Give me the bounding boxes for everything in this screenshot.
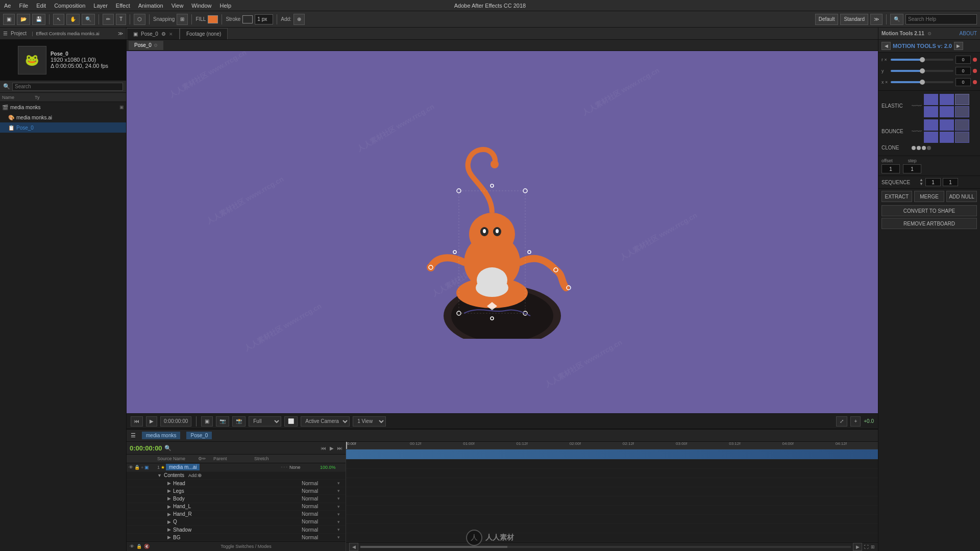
toolbar-zoom-tool[interactable]: 🔍	[82, 14, 95, 25]
toolbar-hand[interactable]: ✋	[66, 14, 80, 25]
mode-handl-arrow[interactable]: ▾	[337, 504, 346, 509]
vp-zoom-fit[interactable]: ⤢	[836, 416, 847, 427]
xyz-r-track[interactable]	[891, 59, 953, 61]
elastic-cell-2[interactable]	[940, 94, 954, 105]
tab-comp[interactable]: ▣ Pose_0 ⚙ ✕	[127, 28, 180, 39]
project-search-input[interactable]	[12, 83, 123, 91]
standard-btn[interactable]: Standard	[840, 14, 868, 25]
xyz-r-keyframe[interactable]	[973, 58, 977, 62]
ctrl-icon1[interactable]: ◦	[281, 465, 282, 469]
next-frame-btn[interactable]: ⏭	[337, 445, 342, 451]
toolbar-pen[interactable]: ✏	[103, 14, 114, 25]
toolbar-new[interactable]: ▣	[3, 14, 15, 25]
prev-frame-btn[interactable]: ⏮	[321, 445, 326, 451]
mute-toggle[interactable]: 🔇	[144, 544, 150, 549]
clone-dot-1[interactable]	[912, 146, 916, 150]
seq-value2[interactable]	[943, 178, 958, 186]
shy-icon[interactable]: ●	[141, 465, 143, 470]
bounce-cell-4[interactable]	[924, 132, 938, 143]
timeline-layer-shadow[interactable]: ▶ Shadow Normal ▾	[127, 526, 346, 534]
mode-handr-arrow[interactable]: ▾	[337, 512, 346, 517]
timeline-layer-legs[interactable]: ▶ Legs Normal ▾	[127, 487, 346, 495]
vp-quality-select[interactable]: FullHalfQuarter	[249, 416, 281, 427]
offset-value-input[interactable]	[881, 164, 900, 173]
eye-icon[interactable]: 👁	[129, 465, 133, 470]
fill-color[interactable]	[208, 15, 218, 23]
toolbar-open[interactable]: 📂	[17, 14, 30, 25]
expand-shadow-icon[interactable]: ▶	[167, 527, 171, 532]
xyz-r-thumb[interactable]	[920, 57, 925, 62]
xyz-r-value[interactable]	[955, 56, 971, 64]
mode-head-arrow[interactable]: ▾	[337, 481, 346, 486]
mode-legs-arrow[interactable]: ▾	[337, 488, 346, 493]
menu-window[interactable]: Window	[191, 3, 211, 9]
menu-edit[interactable]: Edit	[36, 3, 46, 9]
merge-btn[interactable]: MERGE	[914, 191, 945, 202]
vp-play-btn[interactable]: ▶	[146, 416, 157, 427]
xyz-x-track[interactable]	[891, 81, 953, 83]
vp-playback-btn[interactable]: ⏮	[131, 416, 143, 427]
add-contents-btn[interactable]: ⊕	[198, 472, 202, 478]
stroke-color[interactable]	[242, 15, 253, 23]
toolbar-save[interactable]: 💾	[32, 14, 45, 25]
mt-next-btn[interactable]: ▶	[954, 42, 963, 50]
vp-camera-select[interactable]: Active Camera	[301, 416, 350, 427]
default-btn[interactable]: Default	[815, 14, 839, 25]
menu-file[interactable]: File	[19, 3, 28, 9]
timeline-layer-head[interactable]: ▶ Head Normal ▾	[127, 480, 346, 487]
bounce-cell-3[interactable]	[955, 119, 969, 131]
eye-toggle[interactable]: 👁	[130, 544, 134, 549]
timeline-home-btn[interactable]: ⛶	[864, 544, 869, 549]
ctrl-icon2[interactable]: ◦	[283, 465, 285, 469]
switches-modes-label[interactable]: Toggle Switches / Modes	[150, 544, 342, 549]
expand-btn[interactable]: ≫	[870, 14, 883, 25]
toolbar-select[interactable]: ↖	[53, 14, 64, 25]
stroke-width[interactable]	[255, 14, 273, 24]
mode-body-arrow[interactable]: ▾	[337, 496, 346, 501]
comp-tab-settings[interactable]: ⚙	[154, 43, 158, 48]
expand-legs-icon[interactable]: ▶	[167, 488, 171, 493]
timeline-layer-handr[interactable]: ▶ Hand_R Normal ▾	[127, 511, 346, 518]
bounce-cell-6[interactable]	[955, 132, 969, 143]
clone-dot-3[interactable]	[922, 146, 926, 150]
mode-q-arrow[interactable]: ▾	[337, 519, 346, 524]
expand-head-icon[interactable]: ▶	[167, 481, 171, 486]
expand-q-icon[interactable]: ▶	[167, 519, 171, 524]
elastic-cell-6[interactable]	[955, 106, 969, 117]
search-help-input[interactable]	[905, 14, 977, 24]
menu-effect[interactable]: Effect	[116, 3, 130, 9]
timeline-layer-q[interactable]: ▶ Q Normal ▾	[127, 518, 346, 526]
elastic-cell-3[interactable]	[955, 94, 969, 105]
mt-prev-btn[interactable]: ◀	[881, 42, 891, 50]
menu-layer[interactable]: Layer	[93, 3, 108, 9]
vp-snapshot-btn[interactable]: 📸	[232, 416, 246, 427]
xyz-y-keyframe[interactable]	[973, 69, 977, 73]
bounce-cell-2[interactable]	[940, 119, 954, 131]
collapse-icon[interactable]: ▣	[144, 465, 149, 470]
timeline-layer-body[interactable]: ▶ Body Normal ▾	[127, 495, 346, 503]
vp-comp-btn[interactable]: ▣	[201, 416, 213, 427]
elastic-cell-4[interactable]	[924, 106, 938, 117]
remove-artboard-btn[interactable]: REMOVE ARTBOARD	[881, 218, 977, 229]
project-item[interactable]: 🎬 media monks ▣	[0, 102, 126, 112]
expand-handl-icon[interactable]: ▶	[167, 504, 171, 509]
snapping-toggle[interactable]: ⊞	[177, 14, 188, 25]
project-item-pose0[interactable]: 📋 Pose_0	[0, 122, 126, 133]
timeline-timecode[interactable]: 0:00:00:00	[130, 444, 162, 452]
timeline-scroll[interactable]	[360, 546, 851, 548]
timeline-layer-contents[interactable]: ▼ Contents Add: ⊕	[127, 472, 346, 480]
lock-icon[interactable]: 🔒	[134, 465, 140, 470]
vp-camera-btn[interactable]: 📷	[216, 416, 229, 427]
step-value-input[interactable]	[903, 164, 921, 173]
xyz-x-value[interactable]	[955, 78, 971, 86]
add-null-btn[interactable]: ADD NULL	[946, 191, 977, 202]
xyz-y-value[interactable]	[955, 67, 971, 75]
menu-view[interactable]: View	[172, 3, 184, 9]
timeline-layer-bg[interactable]: ▶ BG Normal ▾	[127, 534, 346, 541]
mode-shadow-arrow[interactable]: ▾	[337, 527, 346, 532]
xyz-x-thumb[interactable]	[920, 80, 925, 85]
panel-expand-icon[interactable]: ≫	[118, 31, 123, 36]
xyz-y-thumb[interactable]	[920, 68, 925, 73]
elastic-cell-1[interactable]	[924, 94, 938, 105]
vp-zoom-in[interactable]: +	[850, 416, 861, 427]
